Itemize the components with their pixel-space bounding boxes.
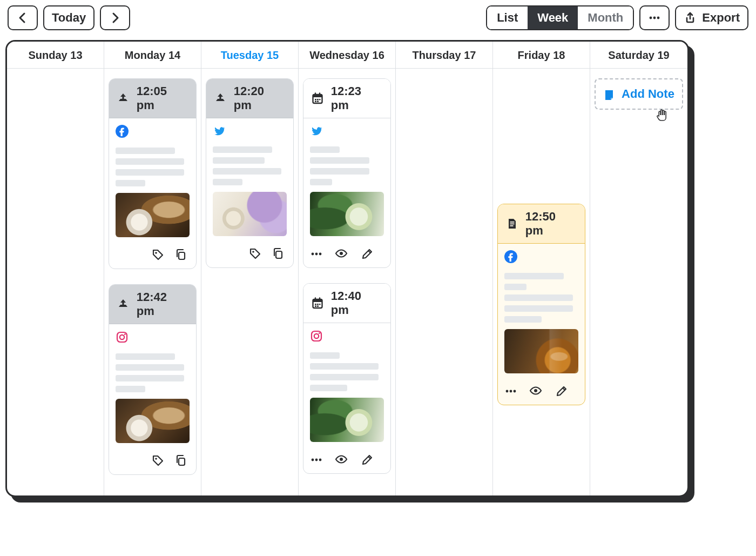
thsetumbnail bbox=[310, 192, 384, 236]
content-placeholder bbox=[310, 146, 384, 185]
copy-icon bbox=[272, 247, 286, 261]
preview-button[interactable] bbox=[335, 247, 349, 261]
card-body bbox=[109, 324, 196, 451]
tag-icon bbox=[249, 247, 263, 261]
instagram-icon bbox=[310, 330, 384, 347]
day-header: Tuesday 15 bbox=[201, 42, 298, 69]
day-cards[interactable] bbox=[7, 69, 104, 83]
post-card[interactable]: 12:42 pm bbox=[109, 284, 197, 475]
more-button[interactable] bbox=[310, 453, 323, 467]
edit-icon bbox=[555, 385, 568, 398]
upload-icon bbox=[117, 92, 129, 105]
card-time: 12:50 pm bbox=[525, 210, 574, 238]
tag-icon bbox=[152, 248, 166, 262]
add-note-button[interactable]: Add Note bbox=[595, 78, 683, 110]
edit-button[interactable] bbox=[361, 247, 374, 261]
upload-icon bbox=[214, 92, 226, 105]
add-note-label: Add Note bbox=[622, 87, 674, 101]
more-icon bbox=[504, 385, 517, 398]
eye-icon bbox=[335, 247, 349, 261]
export-button[interactable]: Export bbox=[675, 5, 748, 30]
card-top: 12:40 pm bbox=[303, 284, 390, 323]
day-header: Sunday 13 bbox=[7, 42, 104, 69]
view-switch: List Week Month bbox=[486, 5, 634, 30]
twitter-icon bbox=[213, 125, 287, 141]
tag-icon bbox=[152, 454, 166, 468]
calendar-week: Sunday 13 Monday 14 12:05 pm bbox=[5, 40, 689, 497]
copy-button[interactable] bbox=[272, 247, 286, 261]
more-icon bbox=[310, 453, 323, 466]
content-placeholder bbox=[116, 353, 190, 392]
thumbnail bbox=[116, 399, 190, 443]
edit-button[interactable] bbox=[361, 453, 374, 467]
upload-icon bbox=[117, 298, 129, 311]
card-actions bbox=[303, 244, 390, 267]
arrow-right-icon bbox=[109, 11, 122, 24]
post-card[interactable]: 12:40 pm bbox=[303, 283, 391, 474]
export-label: Export bbox=[702, 11, 740, 25]
day-cards[interactable]: 12:05 pm bbox=[104, 69, 201, 479]
view-month[interactable]: Month bbox=[578, 6, 633, 29]
preview-button[interactable] bbox=[529, 384, 543, 398]
prev-week-button[interactable] bbox=[8, 5, 38, 30]
day-cards[interactable]: Add Note bbox=[590, 69, 687, 114]
week-row: Sunday 13 Monday 14 12:05 pm bbox=[7, 42, 687, 495]
note-icon bbox=[505, 217, 518, 230]
eye-icon bbox=[529, 384, 543, 398]
copy-icon bbox=[174, 454, 188, 468]
card-body bbox=[498, 244, 585, 381]
more-button[interactable] bbox=[310, 247, 323, 261]
day-header: Wednesday 16 bbox=[299, 42, 395, 69]
thumbnail bbox=[504, 329, 578, 373]
more-icon bbox=[310, 247, 323, 260]
today-button[interactable]: Today bbox=[43, 5, 94, 30]
post-card[interactable]: 12:05 pm bbox=[109, 78, 197, 269]
day-cards[interactable]: 12:23 pm bbox=[299, 69, 395, 478]
post-card[interactable]: 12:23 pm bbox=[303, 78, 391, 268]
card-time: 12:23 pm bbox=[331, 84, 380, 112]
next-week-button[interactable] bbox=[100, 5, 130, 30]
post-card[interactable]: 12:20 pm bbox=[206, 78, 294, 268]
toolbar: Today List Week Month Export bbox=[5, 5, 751, 30]
day-cards[interactable] bbox=[396, 69, 492, 83]
card-top: 12:05 pm bbox=[109, 79, 196, 118]
copy-button[interactable] bbox=[174, 248, 188, 262]
more-button[interactable] bbox=[504, 384, 517, 398]
note-card[interactable]: 12:50 pm bbox=[497, 204, 585, 405]
more-icon bbox=[648, 11, 661, 24]
tag-button[interactable] bbox=[249, 247, 263, 261]
thumbnail bbox=[116, 193, 190, 237]
card-time: 12:20 pm bbox=[234, 84, 282, 112]
day-header: Monday 14 bbox=[104, 42, 201, 69]
copy-icon bbox=[174, 248, 188, 262]
arrow-left-icon bbox=[16, 11, 29, 24]
thumbnail bbox=[213, 192, 287, 236]
view-week[interactable]: Week bbox=[528, 6, 578, 29]
tag-button[interactable] bbox=[152, 248, 166, 262]
thumbnail bbox=[310, 398, 384, 442]
edit-button[interactable] bbox=[555, 384, 568, 398]
toolbar-right: List Week Month Export bbox=[486, 5, 748, 30]
card-body bbox=[303, 323, 390, 450]
content-placeholder bbox=[116, 148, 190, 186]
copy-button[interactable] bbox=[174, 454, 188, 468]
card-actions bbox=[109, 451, 196, 474]
more-button[interactable] bbox=[639, 5, 670, 30]
eye-icon bbox=[335, 453, 349, 467]
day-cards[interactable]: 12:50 pm bbox=[493, 69, 590, 410]
card-time: 12:42 pm bbox=[137, 290, 185, 318]
day-col-wednesday: Wednesday 16 12:23 pm bbox=[299, 42, 396, 495]
tag-button[interactable] bbox=[152, 454, 166, 468]
card-actions bbox=[206, 244, 293, 267]
day-header: Friday 18 bbox=[493, 42, 590, 69]
content-placeholder bbox=[504, 273, 578, 323]
share-icon bbox=[684, 11, 697, 24]
facebook-icon bbox=[504, 250, 578, 267]
toolbar-left: Today bbox=[8, 5, 130, 30]
day-cards[interactable]: 12:20 pm bbox=[201, 69, 298, 272]
view-list[interactable]: List bbox=[487, 6, 528, 29]
edit-icon bbox=[361, 247, 374, 260]
preview-button[interactable] bbox=[335, 453, 349, 467]
day-col-tuesday: Tuesday 15 12:20 pm bbox=[201, 42, 299, 495]
day-header: Thursday 17 bbox=[396, 42, 492, 69]
